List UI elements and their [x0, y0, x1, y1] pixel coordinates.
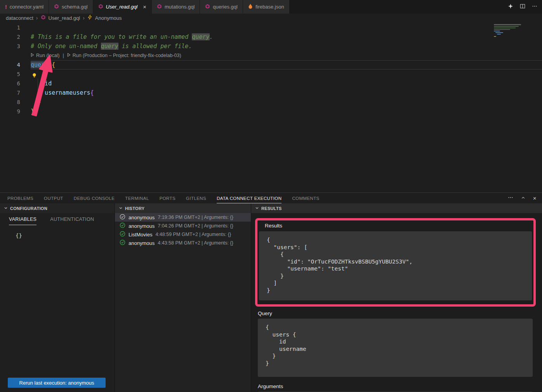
- line-number: 1: [0, 23, 20, 32]
- tab-label: connector.yaml: [10, 4, 43, 10]
- breadcrumb-separator: ›: [83, 15, 85, 21]
- more-actions-icon[interactable]: [508, 195, 513, 201]
- panel-tab-gitlens[interactable]: GITLENS: [186, 193, 206, 203]
- tab-label: mutations.gql: [165, 4, 195, 10]
- tab-mutations-gql[interactable]: mutations.gql: [152, 0, 200, 14]
- line-number: 2: [0, 32, 20, 42]
- close-icon[interactable]: ×: [143, 4, 146, 10]
- minimap[interactable]: [494, 23, 537, 47]
- check-circle-icon: [120, 231, 125, 238]
- history-item-name: anonymous: [129, 215, 155, 220]
- tab-authentication[interactable]: AUTHENTICATION: [50, 217, 94, 225]
- results-json: { "users": [ { "id": "OrTucFODZHTksvBSBU…: [259, 231, 532, 300]
- annotation-highlight-box: Results { "users": [ { "id": "OrTucFODZH…: [255, 218, 536, 307]
- history-item-meta: 4:48:59 PM GMT+2 | Arguments: {}: [155, 232, 231, 237]
- check-circle-icon: [120, 222, 125, 229]
- run-triangle-icon: [31, 53, 34, 58]
- graphql-icon: [54, 4, 59, 10]
- tab-connector-yaml[interactable]: ! connector.yaml: [0, 0, 49, 14]
- breadcrumb-separator: ›: [36, 15, 38, 21]
- panel-tab-problems[interactable]: PROBLEMS: [7, 193, 33, 203]
- history-item[interactable]: anonymous 7:04:26 PM GMT+2 | Arguments: …: [115, 222, 251, 230]
- breadcrumb-dataconnect[interactable]: dataconnect: [6, 15, 33, 21]
- run-production-link[interactable]: Run (Production – Project: friendly-flix…: [73, 53, 181, 58]
- results-header[interactable]: RESULTS: [251, 203, 542, 213]
- warning-icon: !: [5, 4, 7, 10]
- code-line: 5 users{: [0, 69, 542, 79]
- codelens-separator: |: [63, 53, 64, 58]
- history-item-name: anonymous: [129, 223, 155, 229]
- line-number: 6: [0, 79, 20, 88]
- query-text: { users { id username } }: [258, 319, 533, 377]
- results-section: RESULTS Results { "users": [ { "id": "Or…: [251, 203, 542, 392]
- bottom-panel: PROBLEMS OUTPUT DEBUG CONSOLE TERMINAL P…: [0, 193, 542, 392]
- tab-user-read-gql[interactable]: User_read.gql ×: [93, 0, 152, 14]
- vscode-window: ! connector.yaml schema.gql User_read.gq…: [0, 0, 542, 392]
- breadcrumb-file[interactable]: User_read.gql: [49, 15, 80, 21]
- codelens: Run (local) | Run (Production – Project:…: [31, 51, 542, 60]
- history-item[interactable]: anonymous 4:43:58 PM GMT+2 | Arguments: …: [115, 239, 251, 247]
- code-line: 6 id: [0, 79, 542, 88]
- copilot-sparkle-icon[interactable]: [508, 3, 513, 10]
- tab-label: schema.gql: [62, 4, 87, 10]
- tab-label: queries.gql: [213, 4, 238, 10]
- arguments-label: Arguments: [258, 383, 542, 389]
- graphql-icon: [205, 4, 210, 10]
- history-header[interactable]: HISTORY: [115, 203, 251, 213]
- line-number: 5: [0, 69, 20, 79]
- code-editor[interactable]: 1 2 # This is a file for you to write an…: [0, 22, 542, 193]
- results-label: Results: [265, 223, 532, 229]
- panel-actions: ×: [508, 193, 537, 203]
- panel-tab-terminal[interactable]: TERMINAL: [125, 193, 149, 203]
- line-number: 7: [0, 88, 20, 97]
- tab-label: firebase.json: [255, 4, 284, 10]
- panel-tab-data-connect-execution[interactable]: DATA CONNECT EXECUTION: [217, 193, 281, 203]
- code-line: 2 # This is a file for you to write an u…: [0, 32, 542, 42]
- chevron-down-icon: [4, 206, 8, 211]
- line-number: 8: [0, 97, 20, 107]
- variables-value[interactable]: {}: [16, 232, 115, 239]
- check-circle-icon: [120, 214, 125, 221]
- history-item[interactable]: ListMovies 4:48:59 PM GMT+2 | Arguments:…: [115, 230, 251, 239]
- tab-schema-gql[interactable]: schema.gql: [49, 0, 93, 14]
- code-line: 1: [0, 23, 542, 32]
- panel-tab-output[interactable]: OUTPUT: [44, 193, 63, 203]
- tab-queries-gql[interactable]: queries.gql: [200, 0, 243, 14]
- editor-tab-bar: ! connector.yaml schema.gql User_read.gq…: [0, 0, 542, 14]
- history-item-meta: 4:43:58 PM GMT+2 | Arguments: {}: [158, 240, 233, 246]
- chevron-down-icon: [255, 206, 259, 211]
- chevron-down-icon: [119, 206, 123, 211]
- code-line: 9 }: [0, 107, 542, 116]
- query-label: Query: [258, 310, 542, 316]
- code-line: 8 }: [0, 97, 542, 107]
- graphql-icon: [157, 4, 162, 10]
- code-line: 3 # Only one un-named query is allowed p…: [0, 42, 542, 51]
- tab-firebase-json[interactable]: firebase.json: [243, 0, 290, 14]
- panel-tab-comments[interactable]: COMMENTS: [292, 193, 319, 203]
- panel-tab-bar: PROBLEMS OUTPUT DEBUG CONSOLE TERMINAL P…: [0, 193, 542, 203]
- line-number: 4: [0, 60, 20, 69]
- graphql-icon: [98, 4, 103, 10]
- configuration-header[interactable]: CONFIGURATION: [0, 203, 115, 213]
- line-number: 3: [0, 42, 20, 51]
- rerun-last-execution-button[interactable]: Rerun last execution: anonymous: [8, 378, 106, 388]
- breadcrumb-symbol[interactable]: Anonymous: [95, 15, 122, 21]
- tab-variables[interactable]: VARIABLES: [9, 217, 36, 225]
- line-number: 9: [0, 107, 20, 116]
- run-local-link[interactable]: Run (local): [36, 53, 59, 58]
- tab-label: User_read.gql: [106, 4, 138, 10]
- split-editor-icon[interactable]: [520, 3, 525, 10]
- history-item-name: ListMovies: [129, 232, 152, 238]
- history-item-meta: 7:04:26 PM GMT+2 | Arguments: {}: [158, 223, 233, 229]
- history-section: HISTORY anonymous 7:19:36 PM GMT+2 | Arg…: [115, 203, 251, 392]
- history-item[interactable]: anonymous 7:19:36 PM GMT+2 | Arguments: …: [115, 213, 251, 222]
- panel-tab-debug-console[interactable]: DEBUG CONSOLE: [74, 193, 115, 203]
- history-item-meta: 7:19:36 PM GMT+2 | Arguments: {}: [158, 215, 233, 220]
- code-line-current: 4 query {: [0, 60, 542, 69]
- more-actions-icon[interactable]: [532, 3, 537, 10]
- close-panel-icon[interactable]: ×: [533, 195, 537, 201]
- maximize-panel-icon[interactable]: [521, 195, 526, 201]
- symbol-bolt-icon: [87, 15, 92, 21]
- flame-icon: [248, 3, 253, 10]
- panel-tab-ports[interactable]: PORTS: [160, 193, 175, 203]
